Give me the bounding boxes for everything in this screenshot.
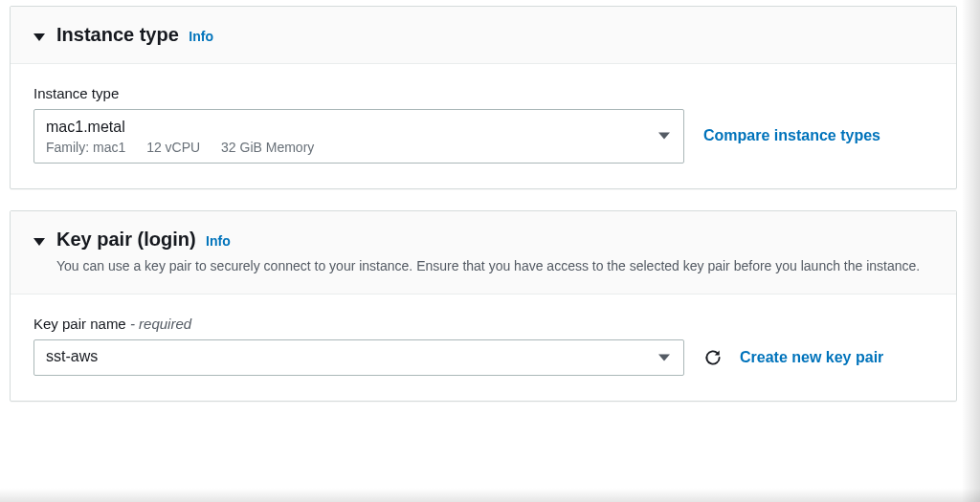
instance-family: Family: mac1	[46, 140, 125, 155]
key-pair-panel: Key pair (login) Info You can use a key …	[10, 210, 957, 402]
header-text: Key pair (login) Info You can use a key …	[56, 229, 933, 276]
instance-type-header[interactable]: Instance type Info	[11, 7, 956, 64]
header-text: Instance type Info	[56, 24, 933, 46]
instance-vcpu: 12 vCPU	[146, 140, 200, 155]
key-pair-body: Key pair name - required sst-aws Create …	[11, 295, 956, 401]
info-link[interactable]: Info	[206, 233, 231, 249]
key-pair-description: You can use a key pair to securely conne…	[56, 256, 933, 276]
key-pair-field-label: Key pair name - required	[33, 316, 933, 332]
instance-type-value: mac1.metal	[46, 118, 643, 138]
key-pair-title: Key pair (login)	[56, 229, 196, 250]
refresh-icon[interactable]	[703, 348, 723, 367]
collapse-caret-icon	[33, 33, 45, 41]
key-pair-value: sst-aws	[46, 347, 98, 367]
key-pair-select[interactable]: sst-aws	[33, 339, 684, 376]
chevron-down-icon	[658, 354, 670, 360]
chevron-down-icon	[658, 133, 670, 140]
instance-type-panel: Instance type Info Instance type mac1.me…	[10, 6, 957, 189]
instance-type-body: Instance type mac1.metal Family: mac1 12…	[11, 64, 956, 188]
required-suffix: - required	[126, 316, 191, 332]
create-key-pair-link[interactable]: Create new key pair	[740, 349, 883, 366]
instance-type-field-label: Instance type	[33, 85, 933, 101]
instance-type-select[interactable]: mac1.metal Family: mac1 12 vCPU 32 GiB M…	[33, 109, 684, 164]
instance-type-title: Instance type	[56, 24, 179, 45]
key-pair-header[interactable]: Key pair (login) Info You can use a key …	[11, 211, 956, 295]
compare-instance-types-link[interactable]: Compare instance types	[703, 127, 880, 144]
instance-type-meta: Family: mac1 12 vCPU 32 GiB Memory	[46, 140, 643, 155]
key-pair-label-text: Key pair name	[33, 316, 126, 332]
info-link[interactable]: Info	[189, 29, 213, 44]
instance-memory: 32 GiB Memory	[221, 140, 314, 155]
collapse-caret-icon	[33, 238, 45, 246]
